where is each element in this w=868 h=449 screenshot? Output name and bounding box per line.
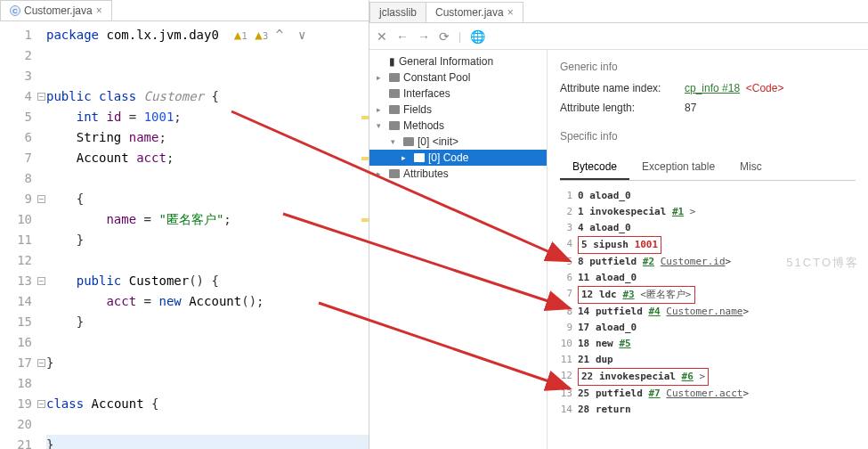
folder-icon xyxy=(389,121,400,130)
attr-length-value: 87 xyxy=(685,102,696,114)
code-tag: <Code> xyxy=(746,82,784,94)
editor-tabbar: C Customer.java × xyxy=(0,0,369,21)
back-icon[interactable]: ← xyxy=(396,29,409,44)
tab-label: Customer.java xyxy=(435,6,504,19)
bytecode-row: 1222 invokespecial #6 > xyxy=(560,368,856,386)
folder-icon xyxy=(389,105,400,114)
tab-jclasslib[interactable]: jclasslib xyxy=(369,2,426,22)
class-tree: ▮General Information ▸Constant Pool Inte… xyxy=(369,50,548,449)
tree-init[interactable]: ▾[0] <init> xyxy=(369,134,547,150)
folder-icon xyxy=(414,153,425,162)
bytecode-row: 1121 dup xyxy=(560,352,856,368)
right-tabbar: jclasslib Customer.java× xyxy=(369,0,868,23)
bytecode-list: 10 aload_021 invokespecial #1 >34 aload_… xyxy=(560,188,856,418)
bytecode-row: 611 aload_0 xyxy=(560,270,856,286)
bytecode-row: 1018 new #5 xyxy=(560,336,856,352)
tree-fields[interactable]: ▸Fields xyxy=(369,102,547,118)
bytecode-row: 1325 putfield #7 Customer.acct> xyxy=(560,386,856,402)
tree-attributes[interactable]: ▸Attributes xyxy=(369,166,547,182)
attr-length-row: Attribute length: 87 xyxy=(560,102,856,114)
tree-constant-pool[interactable]: ▸Constant Pool xyxy=(369,69,547,86)
bytecode-row: 1428 return xyxy=(560,402,856,418)
doc-icon: ▮ xyxy=(389,55,395,68)
code-editor[interactable]: 123456789101112131415161718192021 packag… xyxy=(0,21,369,449)
tab-misc[interactable]: Misc xyxy=(727,155,775,180)
close-icon[interactable]: ✕ xyxy=(377,29,387,44)
bytecode-row: 45 sipush 1001 xyxy=(560,236,856,254)
jclasslib-pane: jclasslib Customer.java× ✕ ← → ⟳ | 🌐 ▮Ge… xyxy=(369,0,868,449)
bytecode-row: 917 aload_0 xyxy=(560,320,856,336)
bytecode-row: 712 ldc #3 <匿名客户> xyxy=(560,286,856,304)
toolbar: ✕ ← → ⟳ | 🌐 xyxy=(369,23,868,50)
watermark: 51CTO博客 xyxy=(786,255,859,271)
tree-general-info[interactable]: ▮General Information xyxy=(369,53,547,69)
label: Attribute length: xyxy=(560,102,685,114)
java-class-icon: C xyxy=(10,5,20,16)
attr-name-index-row: Attribute name index: cp_info #18 <Code> xyxy=(560,82,856,94)
tab-label: Customer.java xyxy=(24,4,93,17)
close-icon[interactable]: × xyxy=(507,6,514,19)
detail-tabs: Bytecode Exception table Misc xyxy=(560,155,856,181)
globe-icon[interactable]: 🌐 xyxy=(470,29,485,44)
gutter: 123456789101112131415161718192021 xyxy=(0,21,39,449)
editor-tab-customer[interactable]: C Customer.java × xyxy=(0,0,112,20)
tree-code[interactable]: ▸[0] Code xyxy=(369,150,547,166)
folder-icon xyxy=(389,89,400,98)
folder-icon xyxy=(389,169,400,178)
bytecode-row: 34 aload_0 xyxy=(560,220,856,236)
bytecode-row: 10 aload_0 xyxy=(560,188,856,204)
detail-pane: Generic info Attribute name index: cp_in… xyxy=(548,50,868,449)
tab-label: jclasslib xyxy=(379,6,417,19)
specific-info-title: Specific info xyxy=(560,130,856,143)
label: Attribute name index: xyxy=(560,82,685,94)
tab-exception-table[interactable]: Exception table xyxy=(629,155,727,180)
generic-info-title: Generic info xyxy=(560,61,856,73)
refresh-icon[interactable]: ⟳ xyxy=(439,29,450,44)
editor-pane: C Customer.java × 1234567891011121314151… xyxy=(0,0,369,449)
tab-customer-class[interactable]: Customer.java× xyxy=(426,2,523,22)
bytecode-row: 21 invokespecial #1 > xyxy=(560,204,856,220)
folder-icon xyxy=(389,73,400,82)
tab-bytecode[interactable]: Bytecode xyxy=(560,155,629,180)
code-body[interactable]: package com.lx.jvm.day0 ▲1 ▲3 ^ ∨ −publi… xyxy=(39,21,369,449)
cpinfo-link[interactable]: cp_info #18 xyxy=(685,82,740,94)
folder-icon xyxy=(403,137,414,146)
bytecode-row: 814 putfield #4 Customer.name> xyxy=(560,304,856,320)
forward-icon[interactable]: → xyxy=(418,29,430,44)
close-icon[interactable]: × xyxy=(96,4,102,17)
tree-methods[interactable]: ▾Methods xyxy=(369,118,547,134)
tree-interfaces[interactable]: Interfaces xyxy=(369,86,547,102)
